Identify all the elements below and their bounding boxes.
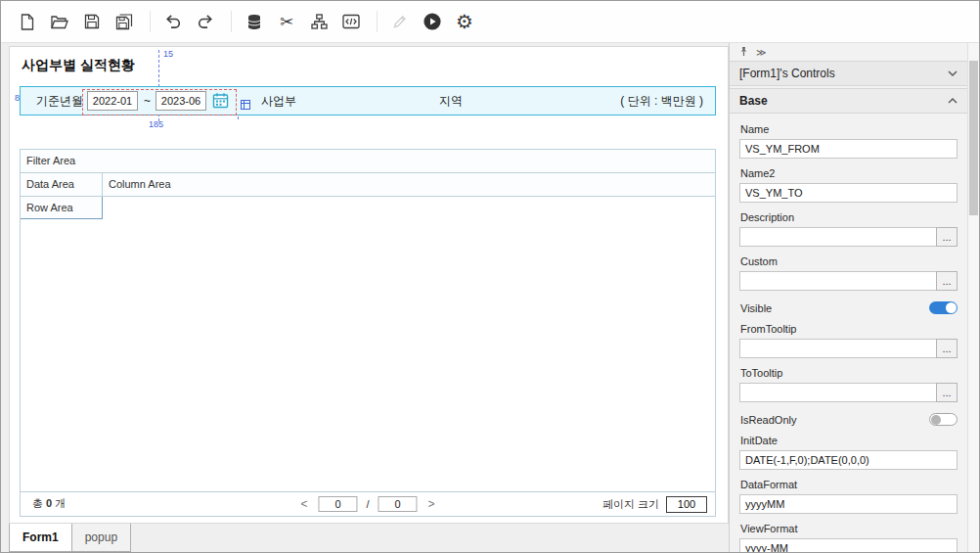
next-page-button[interactable]: > — [426, 497, 437, 511]
custom-ellipsis-button[interactable]: ... — [936, 271, 958, 291]
viewformat-input[interactable] — [739, 538, 958, 552]
initdate-input[interactable] — [739, 450, 958, 470]
range-separator: ~ — [144, 87, 151, 115]
description-ellipsis-button[interactable]: ... — [936, 227, 958, 247]
total-page-input[interactable] — [379, 496, 418, 512]
run-icon — [423, 12, 442, 31]
fromtooltip-ellipsis-button[interactable]: ... — [936, 339, 958, 358]
form-tabs: Form1 popup — [9, 524, 729, 552]
page-size-input[interactable] — [666, 496, 707, 513]
grid-status-bar: 총 0 개 < / > 페이지 크기 — [21, 491, 715, 516]
undo-button[interactable] — [158, 6, 188, 37]
controls-dropdown[interactable]: [Form1]'s Controls — [730, 61, 967, 86]
description-input[interactable] — [739, 227, 937, 247]
section-base-header[interactable]: Base — [730, 88, 967, 114]
main-toolbar: ✂ ⚙ — [1, 1, 979, 43]
prop-field-name2: Name2 — [739, 167, 958, 203]
pivot-row-area[interactable]: Row Area — [21, 197, 103, 219]
code-icon — [342, 14, 360, 29]
guide-label-top: 15 — [163, 49, 173, 59]
pivot-column-area[interactable]: Column Area — [103, 173, 715, 196]
save-all-icon — [115, 14, 133, 30]
cut-button[interactable]: ✂ — [272, 6, 301, 37]
unit-label: ( 단위 : 백만원 ) — [620, 87, 703, 115]
redo-button[interactable] — [191, 6, 220, 37]
dataformat-input[interactable] — [739, 494, 958, 514]
prop-field-viewformat: ViewFormat — [739, 523, 958, 552]
prop-field-custom: Custom ... — [739, 255, 958, 291]
prop-field-name: Name — [739, 123, 958, 159]
new-document-button[interactable] — [13, 6, 42, 37]
chevron-up-icon — [948, 98, 958, 104]
form-canvas[interactable]: 사업부별 실적현황 15 88 185 기준년월 ~ — [9, 46, 729, 524]
database-button[interactable] — [240, 6, 269, 37]
prop-field-isreadonly: IsReadOnly — [739, 413, 958, 426]
selection-anchor-icon — [241, 96, 250, 114]
prop-field-visible: Visible — [739, 301, 958, 314]
name2-input[interactable] — [739, 183, 958, 203]
current-page-input[interactable] — [318, 496, 357, 512]
new-document-icon — [21, 14, 34, 30]
division-field-label[interactable]: 사업부 — [261, 87, 296, 115]
page-size-label: 페이지 크기 — [602, 497, 659, 512]
prev-page-button[interactable]: < — [298, 497, 309, 511]
date-range-label: 기준년월 — [36, 87, 83, 115]
undo-icon — [164, 14, 182, 29]
date-to-input[interactable] — [156, 91, 206, 111]
settings-button[interactable]: ⚙ — [450, 6, 479, 37]
pin-icon[interactable] — [738, 43, 749, 61]
totooltip-input[interactable] — [739, 383, 937, 402]
totooltip-ellipsis-button[interactable]: ... — [936, 383, 958, 402]
save-all-button[interactable] — [110, 6, 139, 37]
total-count: 총 0 개 — [32, 492, 66, 515]
isreadonly-toggle[interactable] — [929, 413, 958, 426]
hierarchy-button[interactable] — [304, 6, 334, 37]
designer-column: 사업부별 실적현황 15 88 185 기준년월 ~ — [9, 43, 729, 552]
prop-field-dataformat: DataFormat — [739, 479, 958, 514]
database-icon — [246, 14, 262, 30]
chevron-down-icon — [948, 70, 958, 76]
save-button[interactable] — [77, 6, 107, 37]
pivot-row-area-row: Row Area — [21, 197, 715, 219]
name-input[interactable] — [739, 139, 958, 159]
guide-label-width: 185 — [149, 119, 163, 129]
visible-toggle[interactable] — [929, 301, 958, 314]
toolbar-separator — [150, 11, 151, 32]
pivot-header-row: Data Area Column Area — [21, 173, 715, 197]
code-button[interactable] — [336, 6, 366, 37]
report-title[interactable]: 사업부별 실적현황 — [22, 57, 135, 74]
properties-minibar: ≫ — [730, 43, 967, 61]
region-field-label[interactable]: 지역 — [439, 87, 463, 115]
tab-form1[interactable]: Form1 — [9, 524, 72, 552]
scissors-icon: ✂ — [280, 14, 293, 30]
open-folder-button[interactable] — [45, 6, 74, 37]
edit-button[interactable] — [385, 6, 415, 37]
toolbar-separator — [231, 11, 232, 32]
edit-icon — [392, 14, 408, 29]
pivot-filter-area[interactable]: Filter Area — [21, 150, 715, 173]
calendar-button[interactable] — [212, 92, 229, 113]
property-fields: Name Name2 Description ... — [730, 114, 967, 552]
properties-scrollbar[interactable] — [967, 43, 979, 552]
custom-input[interactable] — [739, 271, 937, 291]
tab-popup[interactable]: popup — [71, 524, 131, 552]
properties-panel: ≫ [Form1]'s Controls Base Name — [729, 43, 979, 552]
redo-icon — [197, 14, 214, 29]
prop-field-description: Description ... — [739, 211, 958, 247]
pivot-body[interactable] — [21, 219, 715, 491]
expand-panel-button[interactable]: ≫ — [756, 47, 766, 58]
calendar-icon — [212, 92, 229, 109]
prop-field-totooltip: ToTooltip ... — [739, 367, 958, 402]
date-from-input[interactable] — [87, 91, 138, 111]
pivot-grid: Filter Area Data Area Column Area Row Ar… — [20, 149, 716, 517]
filter-bar[interactable]: 기준년월 ~ 사업부 지역 ( 단위 : 백만원 ) — [20, 86, 716, 115]
fromtooltip-input[interactable] — [739, 339, 937, 358]
pager: < / > — [298, 492, 436, 516]
pivot-data-area[interactable]: Data Area — [21, 173, 103, 196]
settings-icon: ⚙ — [456, 12, 473, 31]
page-separator: / — [366, 498, 369, 510]
save-icon — [84, 14, 100, 29]
open-folder-icon — [51, 15, 68, 29]
run-button[interactable] — [418, 6, 447, 37]
scrollbar-thumb[interactable] — [969, 61, 978, 215]
